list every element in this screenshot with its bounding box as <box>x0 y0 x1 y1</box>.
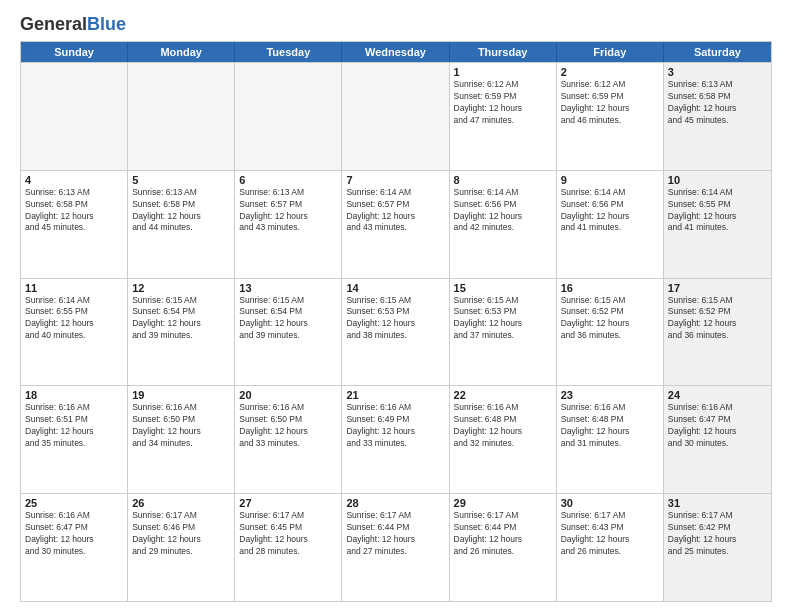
calendar-cell: 17Sunrise: 6:15 AM Sunset: 6:52 PM Dayli… <box>664 279 771 386</box>
day-info: Sunrise: 6:16 AM Sunset: 6:50 PM Dayligh… <box>132 402 230 450</box>
calendar-cell: 25Sunrise: 6:16 AM Sunset: 6:47 PM Dayli… <box>21 494 128 601</box>
calendar-cell: 24Sunrise: 6:16 AM Sunset: 6:47 PM Dayli… <box>664 386 771 493</box>
day-number: 9 <box>561 174 659 186</box>
day-number: 14 <box>346 282 444 294</box>
day-number: 22 <box>454 389 552 401</box>
day-number: 28 <box>346 497 444 509</box>
calendar-cell: 19Sunrise: 6:16 AM Sunset: 6:50 PM Dayli… <box>128 386 235 493</box>
calendar-cell: 13Sunrise: 6:15 AM Sunset: 6:54 PM Dayli… <box>235 279 342 386</box>
day-info: Sunrise: 6:15 AM Sunset: 6:53 PM Dayligh… <box>454 295 552 343</box>
page: General Blue SundayMondayTuesdayWednesda… <box>0 0 792 612</box>
day-info: Sunrise: 6:14 AM Sunset: 6:55 PM Dayligh… <box>668 187 767 235</box>
day-number: 31 <box>668 497 767 509</box>
calendar-cell: 6Sunrise: 6:13 AM Sunset: 6:57 PM Daylig… <box>235 171 342 278</box>
calendar-row-1: 1Sunrise: 6:12 AM Sunset: 6:59 PM Daylig… <box>21 62 771 170</box>
logo-blue-part: Blue <box>87 14 126 35</box>
calendar-cell: 3Sunrise: 6:13 AM Sunset: 6:58 PM Daylig… <box>664 63 771 170</box>
day-info: Sunrise: 6:16 AM Sunset: 6:48 PM Dayligh… <box>561 402 659 450</box>
day-number: 18 <box>25 389 123 401</box>
day-info: Sunrise: 6:17 AM Sunset: 6:43 PM Dayligh… <box>561 510 659 558</box>
calendar-cell <box>235 63 342 170</box>
day-number: 20 <box>239 389 337 401</box>
calendar-cell: 12Sunrise: 6:15 AM Sunset: 6:54 PM Dayli… <box>128 279 235 386</box>
calendar-cell: 5Sunrise: 6:13 AM Sunset: 6:58 PM Daylig… <box>128 171 235 278</box>
calendar-cell <box>21 63 128 170</box>
day-number: 24 <box>668 389 767 401</box>
day-info: Sunrise: 6:14 AM Sunset: 6:57 PM Dayligh… <box>346 187 444 235</box>
calendar-cell: 18Sunrise: 6:16 AM Sunset: 6:51 PM Dayli… <box>21 386 128 493</box>
day-number: 4 <box>25 174 123 186</box>
calendar-cell: 27Sunrise: 6:17 AM Sunset: 6:45 PM Dayli… <box>235 494 342 601</box>
day-number: 27 <box>239 497 337 509</box>
day-info: Sunrise: 6:16 AM Sunset: 6:48 PM Dayligh… <box>454 402 552 450</box>
day-number: 2 <box>561 66 659 78</box>
day-info: Sunrise: 6:15 AM Sunset: 6:54 PM Dayligh… <box>239 295 337 343</box>
calendar-row-4: 18Sunrise: 6:16 AM Sunset: 6:51 PM Dayli… <box>21 385 771 493</box>
calendar-row-3: 11Sunrise: 6:14 AM Sunset: 6:55 PM Dayli… <box>21 278 771 386</box>
calendar-row-2: 4Sunrise: 6:13 AM Sunset: 6:58 PM Daylig… <box>21 170 771 278</box>
calendar-cell <box>128 63 235 170</box>
day-number: 26 <box>132 497 230 509</box>
header-day-saturday: Saturday <box>664 42 771 62</box>
day-number: 29 <box>454 497 552 509</box>
calendar-cell: 29Sunrise: 6:17 AM Sunset: 6:44 PM Dayli… <box>450 494 557 601</box>
calendar-cell: 23Sunrise: 6:16 AM Sunset: 6:48 PM Dayli… <box>557 386 664 493</box>
day-number: 25 <box>25 497 123 509</box>
day-number: 10 <box>668 174 767 186</box>
header-day-friday: Friday <box>557 42 664 62</box>
day-info: Sunrise: 6:12 AM Sunset: 6:59 PM Dayligh… <box>454 79 552 127</box>
day-number: 1 <box>454 66 552 78</box>
header-day-monday: Monday <box>128 42 235 62</box>
day-number: 21 <box>346 389 444 401</box>
calendar-cell: 10Sunrise: 6:14 AM Sunset: 6:55 PM Dayli… <box>664 171 771 278</box>
day-number: 7 <box>346 174 444 186</box>
calendar-cell: 11Sunrise: 6:14 AM Sunset: 6:55 PM Dayli… <box>21 279 128 386</box>
calendar-cell: 1Sunrise: 6:12 AM Sunset: 6:59 PM Daylig… <box>450 63 557 170</box>
calendar-cell: 26Sunrise: 6:17 AM Sunset: 6:46 PM Dayli… <box>128 494 235 601</box>
calendar-cell: 28Sunrise: 6:17 AM Sunset: 6:44 PM Dayli… <box>342 494 449 601</box>
day-info: Sunrise: 6:16 AM Sunset: 6:49 PM Dayligh… <box>346 402 444 450</box>
day-number: 13 <box>239 282 337 294</box>
day-number: 19 <box>132 389 230 401</box>
day-number: 15 <box>454 282 552 294</box>
calendar-cell: 7Sunrise: 6:14 AM Sunset: 6:57 PM Daylig… <box>342 171 449 278</box>
day-number: 12 <box>132 282 230 294</box>
calendar-body: 1Sunrise: 6:12 AM Sunset: 6:59 PM Daylig… <box>21 62 771 601</box>
calendar-cell: 31Sunrise: 6:17 AM Sunset: 6:42 PM Dayli… <box>664 494 771 601</box>
header-day-tuesday: Tuesday <box>235 42 342 62</box>
header: General Blue <box>20 16 772 35</box>
header-day-thursday: Thursday <box>450 42 557 62</box>
day-info: Sunrise: 6:16 AM Sunset: 6:47 PM Dayligh… <box>668 402 767 450</box>
day-number: 11 <box>25 282 123 294</box>
day-number: 3 <box>668 66 767 78</box>
day-info: Sunrise: 6:14 AM Sunset: 6:56 PM Dayligh… <box>561 187 659 235</box>
day-info: Sunrise: 6:17 AM Sunset: 6:44 PM Dayligh… <box>454 510 552 558</box>
calendar-cell: 21Sunrise: 6:16 AM Sunset: 6:49 PM Dayli… <box>342 386 449 493</box>
calendar-row-5: 25Sunrise: 6:16 AM Sunset: 6:47 PM Dayli… <box>21 493 771 601</box>
calendar: SundayMondayTuesdayWednesdayThursdayFrid… <box>20 41 772 602</box>
day-number: 23 <box>561 389 659 401</box>
calendar-cell: 8Sunrise: 6:14 AM Sunset: 6:56 PM Daylig… <box>450 171 557 278</box>
day-info: Sunrise: 6:15 AM Sunset: 6:52 PM Dayligh… <box>561 295 659 343</box>
day-info: Sunrise: 6:17 AM Sunset: 6:42 PM Dayligh… <box>668 510 767 558</box>
day-number: 16 <box>561 282 659 294</box>
calendar-cell: 2Sunrise: 6:12 AM Sunset: 6:59 PM Daylig… <box>557 63 664 170</box>
calendar-cell: 20Sunrise: 6:16 AM Sunset: 6:50 PM Dayli… <box>235 386 342 493</box>
day-info: Sunrise: 6:15 AM Sunset: 6:53 PM Dayligh… <box>346 295 444 343</box>
day-info: Sunrise: 6:16 AM Sunset: 6:47 PM Dayligh… <box>25 510 123 558</box>
day-number: 6 <box>239 174 337 186</box>
day-info: Sunrise: 6:17 AM Sunset: 6:44 PM Dayligh… <box>346 510 444 558</box>
day-info: Sunrise: 6:13 AM Sunset: 6:57 PM Dayligh… <box>239 187 337 235</box>
calendar-cell: 4Sunrise: 6:13 AM Sunset: 6:58 PM Daylig… <box>21 171 128 278</box>
day-info: Sunrise: 6:15 AM Sunset: 6:54 PM Dayligh… <box>132 295 230 343</box>
calendar-cell <box>342 63 449 170</box>
day-info: Sunrise: 6:12 AM Sunset: 6:59 PM Dayligh… <box>561 79 659 127</box>
day-info: Sunrise: 6:13 AM Sunset: 6:58 PM Dayligh… <box>132 187 230 235</box>
calendar-cell: 30Sunrise: 6:17 AM Sunset: 6:43 PM Dayli… <box>557 494 664 601</box>
day-number: 17 <box>668 282 767 294</box>
calendar-cell: 16Sunrise: 6:15 AM Sunset: 6:52 PM Dayli… <box>557 279 664 386</box>
header-day-sunday: Sunday <box>21 42 128 62</box>
day-info: Sunrise: 6:17 AM Sunset: 6:45 PM Dayligh… <box>239 510 337 558</box>
day-info: Sunrise: 6:17 AM Sunset: 6:46 PM Dayligh… <box>132 510 230 558</box>
day-info: Sunrise: 6:16 AM Sunset: 6:51 PM Dayligh… <box>25 402 123 450</box>
